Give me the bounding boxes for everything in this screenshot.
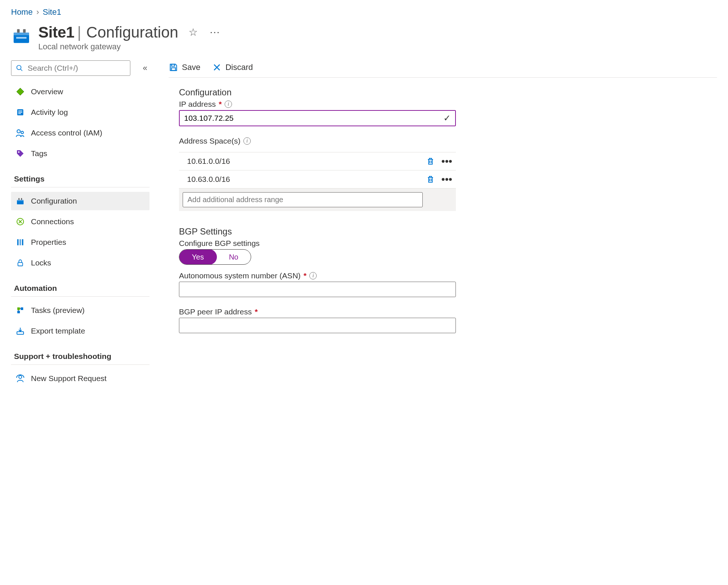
sidebar-item-label: New Support Request: [31, 374, 106, 383]
required-asterisk: *: [303, 271, 306, 280]
svg-rect-23: [17, 307, 20, 310]
more-icon[interactable]: •••: [442, 177, 452, 182]
toggle-yes[interactable]: Yes: [179, 249, 217, 265]
sidebar-item-overview[interactable]: Overview: [11, 82, 150, 101]
overview-icon: [15, 87, 25, 96]
breadcrumb-site-link[interactable]: Site1: [43, 7, 61, 17]
sidebar-item-label: Tasks (preview): [31, 306, 85, 315]
local-network-gateway-icon: [11, 26, 32, 46]
svg-rect-25: [17, 311, 20, 313]
sidebar: « Overview Activity log: [11, 60, 158, 388]
svg-rect-3: [23, 29, 26, 32]
address-space-row: 10.61.0.0/16 •••: [179, 152, 456, 170]
sidebar-item-label: Connections: [31, 217, 74, 226]
discard-label: Discard: [225, 63, 253, 72]
svg-rect-15: [17, 200, 24, 201]
address-space-add-row: [179, 188, 456, 211]
page-title: Configuration: [86, 24, 178, 41]
svg-rect-24: [21, 307, 23, 310]
svg-rect-16: [18, 198, 20, 200]
configure-bgp-toggle[interactable]: Yes No: [179, 249, 251, 265]
address-space-value[interactable]: 10.61.0.0/16: [180, 157, 230, 166]
resource-title: Site1: [38, 24, 74, 41]
ip-address-input[interactable]: [179, 110, 456, 126]
svg-rect-20: [20, 239, 21, 246]
save-label: Save: [182, 63, 200, 72]
delete-icon[interactable]: [426, 175, 435, 184]
connections-icon: [15, 217, 25, 226]
activity-log-icon: [15, 108, 25, 117]
more-icon[interactable]: •••: [442, 159, 452, 164]
info-icon[interactable]: i: [225, 101, 232, 108]
save-icon: [169, 63, 178, 72]
export-template-icon: [15, 326, 25, 336]
svg-point-12: [21, 131, 23, 134]
svg-rect-8: [18, 110, 22, 111]
address-space-list: 10.61.0.0/16 ••• 10.63.0.0/16: [179, 152, 456, 211]
properties-icon: [15, 237, 25, 247]
bgp-peer-ip-label: BGP peer IP address: [179, 307, 252, 316]
sidebar-item-tasks[interactable]: Tasks (preview): [11, 301, 150, 320]
asn-label: Autonomous system number (ASN): [179, 271, 300, 280]
asn-input[interactable]: [179, 282, 456, 297]
sidebar-item-label: Access control (IAM): [31, 128, 102, 137]
svg-rect-9: [18, 112, 22, 113]
collapse-sidebar-icon[interactable]: «: [141, 61, 150, 75]
sidebar-item-properties[interactable]: Properties: [11, 233, 150, 251]
sidebar-item-configuration[interactable]: Configuration: [11, 192, 150, 210]
svg-rect-19: [17, 239, 19, 246]
sidebar-item-locks[interactable]: Locks: [11, 254, 150, 272]
page-header: Site1 | Configuration ☆ ⋯ Local network …: [11, 24, 717, 52]
sidebar-item-label: Activity log: [31, 108, 68, 117]
svg-rect-17: [21, 198, 22, 200]
configuration-icon: [15, 196, 25, 206]
add-address-range-input[interactable]: [183, 192, 423, 207]
delete-icon[interactable]: [426, 157, 435, 166]
sidebar-section-settings: Settings: [11, 175, 150, 187]
sidebar-item-label: Tags: [31, 149, 47, 158]
sidebar-item-export-template[interactable]: Export template: [11, 322, 150, 340]
save-button[interactable]: Save: [169, 63, 200, 72]
chevron-right-icon: ›: [36, 7, 39, 17]
svg-line-6: [21, 69, 22, 71]
toggle-no[interactable]: No: [217, 250, 251, 264]
favorite-star-icon[interactable]: ☆: [187, 26, 199, 39]
svg-rect-21: [22, 239, 24, 246]
sidebar-search-input[interactable]: [11, 60, 130, 76]
sidebar-item-access-control[interactable]: Access control (IAM): [11, 124, 150, 142]
checkmark-icon: ✓: [443, 113, 451, 123]
tasks-icon: [15, 306, 25, 315]
required-asterisk: *: [219, 100, 222, 109]
svg-point-13: [18, 151, 20, 153]
configuration-section-title: Configuration: [179, 87, 456, 98]
tags-icon: [15, 149, 25, 158]
svg-rect-2: [17, 29, 20, 32]
sidebar-item-label: Export template: [31, 327, 85, 335]
info-icon[interactable]: i: [309, 272, 317, 279]
sidebar-section-automation: Automation: [11, 284, 150, 297]
access-control-icon: [15, 128, 25, 138]
bgp-peer-ip-input[interactable]: [179, 318, 456, 333]
sidebar-section-support: Support + troubleshooting: [11, 352, 150, 365]
sidebar-item-label: Locks: [31, 258, 51, 267]
search-icon: [16, 64, 23, 72]
svg-rect-22: [18, 262, 23, 266]
address-space-row: 10.63.0.0/16 •••: [179, 170, 456, 188]
breadcrumb: Home › Site1: [11, 7, 717, 17]
configure-bgp-label: Configure BGP settings: [179, 239, 260, 248]
resource-subtitle: Local network gateway: [38, 42, 221, 52]
sidebar-item-activity-log[interactable]: Activity log: [11, 103, 150, 121]
locks-icon: [15, 258, 25, 268]
breadcrumb-home-link[interactable]: Home: [11, 7, 33, 17]
sidebar-item-tags[interactable]: Tags: [11, 144, 150, 163]
discard-button[interactable]: Discard: [212, 63, 253, 72]
svg-rect-31: [172, 68, 176, 71]
more-actions-icon[interactable]: ⋯: [208, 26, 221, 39]
sidebar-item-label: Configuration: [31, 197, 77, 205]
address-space-value[interactable]: 10.63.0.0/16: [180, 175, 230, 184]
sidebar-item-connections[interactable]: Connections: [11, 212, 150, 231]
sidebar-item-new-support-request[interactable]: New Support Request: [11, 369, 150, 388]
info-icon[interactable]: i: [243, 137, 251, 145]
svg-point-5: [17, 66, 21, 70]
svg-point-29: [19, 376, 22, 378]
